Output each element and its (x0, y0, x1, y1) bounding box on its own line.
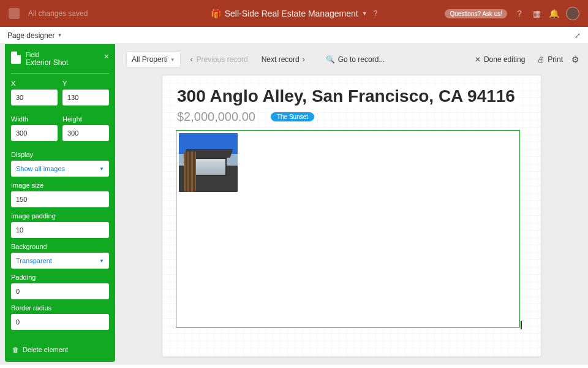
app-topbar: All changes saved 🎁 Sell-Side Real Estat… (0, 0, 588, 27)
done-editing-label: Done editing (484, 55, 525, 64)
avatar[interactable] (566, 7, 579, 20)
resize-handle-icon[interactable] (521, 321, 522, 329)
width-input[interactable] (11, 125, 58, 141)
display-select[interactable]: Show all images ▼ (11, 161, 109, 177)
border-radius-input[interactable] (11, 314, 109, 330)
apps-icon[interactable]: ▦ (532, 9, 541, 18)
border-radius-label: Border radius (11, 304, 109, 312)
status-bar (0, 364, 588, 368)
element-inspector-panel: Field Exterior Shot × X Y Width Height (5, 44, 115, 362)
y-label: Y (62, 80, 109, 87)
page-canvas[interactable]: 300 Anglo Alley, San Francisco, CA 94116… (162, 75, 541, 357)
page-title[interactable]: 300 Anglo Alley, San Francisco, CA 94116 (176, 86, 516, 106)
page-designer-dropdown[interactable]: Page designer ▼ (7, 31, 62, 40)
display-label: Display (11, 151, 109, 158)
print-icon: 🖨 (537, 55, 545, 64)
gift-icon: 🎁 (211, 9, 221, 18)
display-value: Show all images (16, 165, 65, 172)
view-name: All Properti (132, 55, 168, 64)
x-label: X (11, 80, 58, 87)
tag-pill: The Sunset (271, 112, 314, 121)
x-input[interactable] (11, 90, 58, 105)
close-icon: ✕ (475, 55, 481, 64)
price-field[interactable]: $2,000,000.00 (176, 110, 257, 124)
previous-record-label: Previous record (197, 55, 248, 64)
field-caption: Field (26, 52, 99, 58)
record-toolbar: All Properti ▼ ‹ Previous record Next re… (126, 50, 579, 69)
y-input[interactable] (62, 90, 109, 105)
chevron-right-icon: › (303, 55, 305, 64)
app-title[interactable]: Sell-Side Real Estate Management (225, 9, 358, 18)
delete-element-button[interactable]: 🗑 Delete element (12, 346, 68, 353)
print-label: Print (548, 55, 563, 64)
image-size-label: Image size (11, 182, 109, 189)
next-record-button[interactable]: Next record › (258, 55, 309, 64)
help-icon[interactable]: ? (374, 9, 378, 18)
delete-element-label: Delete element (23, 346, 68, 353)
padding-label: Padding (11, 274, 109, 281)
exterior-shot-field[interactable] (176, 130, 520, 328)
chevron-down-icon: ▼ (99, 258, 104, 264)
height-input[interactable] (62, 125, 109, 141)
background-label: Background (11, 243, 109, 250)
subbar: Page designer ▼ ⤢ (0, 27, 588, 44)
chevron-down-icon: ▼ (99, 166, 104, 172)
previous-record-button[interactable]: ‹ Previous record (186, 55, 253, 64)
close-icon[interactable]: × (104, 52, 109, 61)
go-to-record-label: Go to record... (338, 55, 385, 64)
image-size-input[interactable] (11, 191, 109, 207)
chevron-down-icon[interactable]: ▼ (362, 10, 368, 17)
expand-icon[interactable]: ⤢ (575, 31, 581, 40)
background-select[interactable]: Transparent ▼ (11, 253, 109, 269)
save-status: All changes saved (28, 9, 88, 18)
bell-icon[interactable]: 🔔 (549, 9, 559, 18)
padding-input[interactable] (11, 283, 109, 299)
gear-icon[interactable]: ⚙ (571, 55, 579, 64)
chevron-left-icon: ‹ (190, 55, 193, 64)
trash-icon: 🗑 (12, 346, 19, 353)
chevron-down-icon: ▼ (170, 57, 175, 63)
go-to-record-button[interactable]: 🔍 Go to record... (322, 55, 389, 64)
next-record-label: Next record (262, 55, 300, 64)
help-circle-icon[interactable]: ? (514, 9, 524, 18)
workspace: Field Exterior Shot × X Y Width Height (0, 44, 588, 368)
done-editing-button[interactable]: ✕ Done editing (471, 55, 529, 64)
ask-us-button[interactable]: Questions? Ask us! (445, 9, 507, 18)
search-icon: 🔍 (326, 55, 335, 64)
page-designer-label: Page designer (7, 31, 55, 40)
view-picker[interactable]: All Properti ▼ (126, 52, 181, 67)
height-label: Height (62, 115, 109, 123)
app-logo-icon[interactable] (9, 8, 20, 19)
exterior-shot-thumbnail[interactable] (179, 133, 238, 192)
background-value: Transparent (16, 257, 52, 264)
print-button[interactable]: 🖨 Print (533, 55, 567, 64)
field-name: Exterior Shot (26, 58, 99, 67)
width-label: Width (11, 115, 58, 123)
chevron-down-icon: ▼ (57, 33, 62, 38)
document-icon (11, 52, 21, 64)
image-padding-input[interactable] (11, 222, 109, 238)
tag-container[interactable]: The Sunset (268, 113, 318, 121)
image-padding-label: Image padding (11, 212, 109, 220)
